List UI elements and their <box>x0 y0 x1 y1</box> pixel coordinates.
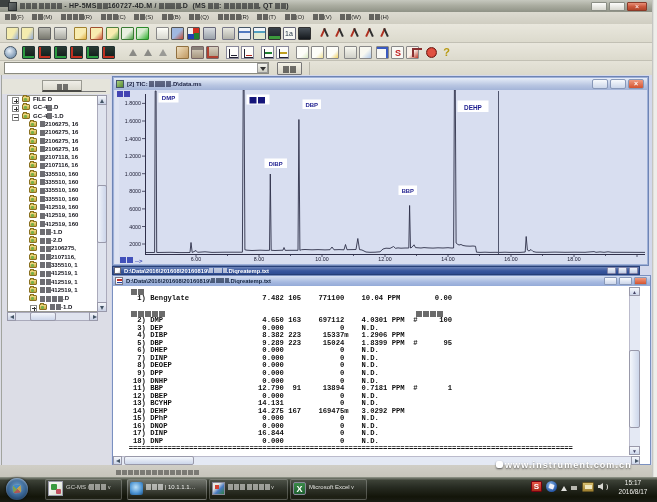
svg-text:-->: --> <box>135 258 143 264</box>
svg-text:8.00: 8.00 <box>254 256 264 262</box>
svg-text:1.4000: 1.4000 <box>125 136 141 142</box>
svg-text:18.00: 18.00 <box>567 256 580 262</box>
svg-text:16.00: 16.00 <box>504 256 517 262</box>
svg-text:10.00: 10.00 <box>315 256 328 262</box>
svg-text:12.00: 12.00 <box>378 256 391 262</box>
svg-text:1.6000: 1.6000 <box>125 118 141 124</box>
svg-text:8000: 8000 <box>129 188 141 194</box>
svg-text:DIBP: DIBP <box>269 161 283 167</box>
svg-text:1.8000: 1.8000 <box>125 100 141 106</box>
svg-text:14.00: 14.00 <box>441 256 454 262</box>
svg-text:DMP: DMP <box>162 95 175 101</box>
svg-text:BBP: BBP <box>402 188 414 194</box>
svg-text:1.0000: 1.0000 <box>125 171 141 177</box>
svg-text:2000: 2000 <box>129 241 141 247</box>
svg-text:6000: 6000 <box>129 206 141 212</box>
svg-text:1.2000: 1.2000 <box>125 153 141 159</box>
svg-text:6.00: 6.00 <box>191 256 201 262</box>
svg-text:DEHP: DEHP <box>464 104 482 111</box>
svg-text:DBP: DBP <box>305 102 318 108</box>
svg-text:4000: 4000 <box>129 224 141 230</box>
